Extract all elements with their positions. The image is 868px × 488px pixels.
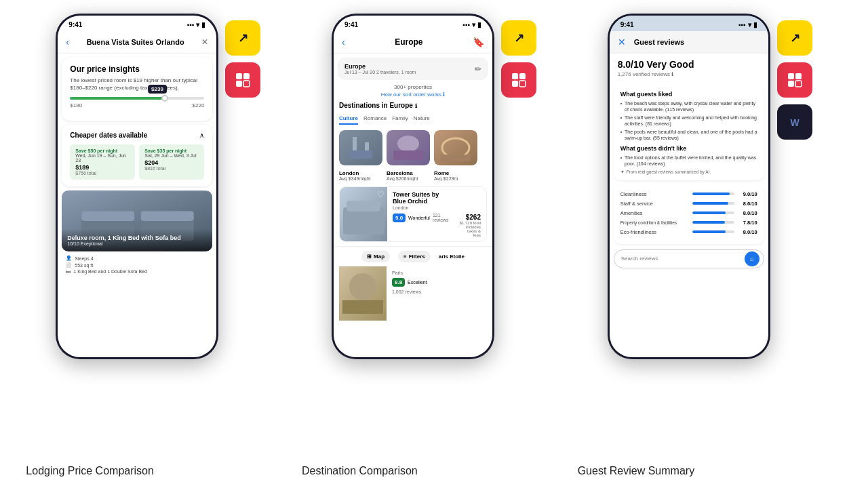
bed-row: 🛏 1 King Bed and 1 Double Sofa Bed [66, 269, 208, 274]
range-high: $220 [193, 102, 205, 108]
hotel-card-1[interactable]: ♡ Tower Suites by Blue Orchid London 9.0… [339, 186, 487, 242]
section-destination: 9:41 ▪▪▪ ▾ ▮ ‹ Europe 🔖 [302, 14, 566, 359]
date-option-2[interactable]: Save $35 per night Sat, 29 Jun – Wed, 3 … [139, 144, 204, 180]
icons-col-3: ↗ W [777, 20, 812, 140]
svg-rect-38 [788, 73, 794, 79]
liked-item-1: • The beach was steps away, with crystal… [620, 100, 757, 113]
room-details: 👤 Sleeps 4 ⬜ 553 sq ft 🛏 1 King Bed and … [62, 251, 212, 279]
svg-rect-33 [512, 81, 518, 87]
edit-icon[interactable]: ✏ [475, 64, 481, 74]
liked-title: What guests liked [620, 91, 757, 98]
hotel-info-1: Tower Suites by Blue Orchid London 9.0 W… [387, 187, 454, 241]
map-icon: ⊞ [367, 253, 372, 260]
collapse-icon[interactable]: ∧ [199, 131, 204, 139]
map-button[interactable]: ⊞ Map [361, 251, 390, 262]
review-count: 1,276 verified reviews ℹ [618, 71, 760, 77]
dest-img-london [339, 130, 382, 165]
tab-nature[interactable]: Nature [414, 113, 430, 125]
svg-text:↗: ↗ [789, 31, 800, 45]
tab-family[interactable]: Family [392, 113, 408, 125]
room-image-overlay: Deluxe room, 1 King Bed with Sofa bed 10… [62, 229, 212, 251]
close-x-icon[interactable]: ✕ [618, 37, 626, 47]
reviews-count-1: 121 reviews [433, 213, 449, 222]
app-icon-yellow-1[interactable]: ↗ [225, 20, 260, 56]
ai-note: ✦ From real guest reviews summarized by … [620, 169, 757, 175]
rating-row-property: Property condition & facilities 7.8/10 [620, 220, 757, 226]
rating-row-cleanliness: Cleanliness 9.0/10 [620, 191, 757, 197]
people-icon: 👤 [66, 256, 72, 261]
dest-card-rome[interactable]: Rome Avg $229/n [434, 130, 477, 181]
app-icon-dark-3[interactable]: W [777, 104, 812, 140]
svg-rect-32 [519, 73, 526, 79]
slider-track [70, 97, 204, 100]
dest-img-rome [434, 130, 477, 165]
time-3: 9:41 [620, 21, 634, 28]
search-reviews-button[interactable]: ⌕ [745, 251, 760, 266]
search-form[interactable]: Europe Jul 13 – Jul 20 2 travelers, 1 ro… [338, 58, 488, 80]
svg-rect-2 [82, 211, 135, 222]
rating-row-eco: Eco-friendliness 8.0/10 [620, 229, 757, 235]
fill-amenities [692, 211, 726, 214]
heart-icon[interactable]: ♡ [377, 190, 384, 199]
wifi-icon-3: ▾ [748, 21, 751, 28]
tab-romance[interactable]: Romance [363, 113, 387, 125]
caption-destination: Destination Comparison [302, 465, 566, 477]
review-score: 8.0/10 Very Good [618, 59, 760, 70]
cheaper-dates-title: Cheaper dates available [70, 131, 147, 139]
rome-price: Avg $229/n [434, 176, 477, 181]
room-name: Deluxe room, 1 King Bed with Sofa bed [67, 235, 207, 241]
range-low: $180 [70, 102, 82, 108]
svg-rect-18 [393, 150, 423, 160]
caption-reviews: Guest Review Summary [578, 465, 842, 477]
category-tabs: Culture Romance Family Nature [334, 113, 492, 125]
fill-staff [692, 202, 728, 205]
review-header: 8.0/10 Very Good 1,276 verified reviews … [610, 54, 768, 83]
bar-property [692, 221, 734, 224]
rating-row-staff: Staff & service 8.6/10 [620, 201, 757, 207]
svg-rect-12 [339, 130, 382, 165]
date-total-1: $756 total [75, 171, 130, 176]
phone-reviews: 9:41 ▪▪▪ ▾ ▮ ✕ Guest reviews 8 [608, 14, 770, 359]
app-icon-yellow-2[interactable]: ↗ [501, 20, 536, 56]
hotel-img-2 [339, 266, 387, 321]
svg-rect-4 [141, 211, 194, 222]
hotel-card-2[interactable]: Paris 8.8 Excellent 1,002 reviews [339, 266, 487, 321]
svg-rect-41 [795, 81, 802, 87]
bookmark-icon[interactable]: 🔖 [473, 37, 484, 47]
bar-cleanliness [692, 192, 734, 195]
dest-card-barcelona[interactable]: Barcelona Avg $206/night [387, 130, 430, 181]
filters-button[interactable]: ≡ Filters [398, 251, 431, 262]
bullet-3: • [620, 129, 622, 141]
phone2-header: ‹ Europe 🔖 [334, 31, 492, 54]
dest-section-title: Destinations in Europe ℹ [334, 102, 492, 109]
sort-link[interactable]: How our sort order works ℹ [334, 92, 492, 98]
dest-card-london[interactable]: London Avg $349/night [339, 130, 382, 181]
close-icon[interactable]: ✕ [201, 37, 208, 47]
label-amenities: Amenities [620, 210, 688, 216]
ai-summary: What guests liked • The beach was steps … [614, 85, 764, 180]
filter-icon: ≡ [403, 253, 407, 260]
phone-with-icons-dest: 9:41 ▪▪▪ ▾ ▮ ‹ Europe 🔖 [332, 14, 536, 359]
date-option-1[interactable]: Save $50 per night Wed, Jun 19 – Sun, Ju… [70, 144, 135, 180]
val-cleanliness: 9.0/10 [738, 191, 757, 197]
app-icon-yellow-3[interactable]: ↗ [777, 20, 812, 56]
size-row: ⬜ 553 sq ft [66, 262, 208, 268]
svg-text:↗: ↗ [238, 31, 248, 45]
search-reviews-bar[interactable]: ⌕ [614, 249, 764, 268]
app-icon-red-1[interactable] [225, 62, 260, 98]
hotel-name-1: Tower Suites by Blue Orchid [393, 191, 449, 205]
label-cleanliness: Cleanliness [620, 191, 688, 197]
price-slider: $239 $180 $220 [70, 97, 204, 108]
search-reviews-input[interactable] [621, 256, 745, 262]
app-icon-red-2[interactable] [501, 62, 536, 98]
tab-culture[interactable]: Culture [339, 113, 358, 125]
date-save-1: Save $50 per night [75, 148, 130, 153]
bed-text: 1 King Bed and 1 Double Sofa Bed [73, 269, 147, 274]
slider-dot[interactable] [161, 95, 168, 102]
hotel-rating-row-2: 8.8 Excellent [392, 278, 481, 287]
rome-name: Rome [434, 170, 477, 176]
val-amenities: 8.0/10 [738, 210, 757, 216]
app-icon-red-3[interactable] [777, 62, 812, 98]
date-price-1: $189 [75, 164, 130, 171]
battery-icon-3: ▮ [753, 21, 757, 28]
